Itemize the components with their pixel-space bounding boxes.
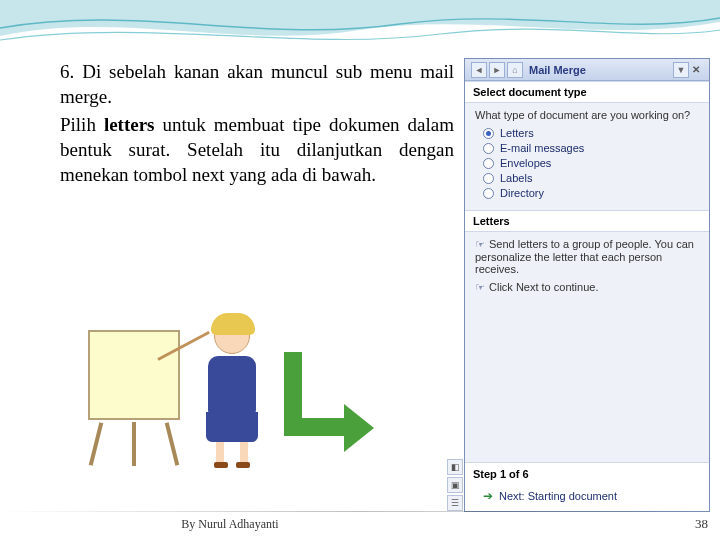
radio-icon bbox=[483, 128, 494, 139]
step-line2a: Pilih bbox=[60, 114, 104, 135]
section-letters: Letters bbox=[465, 210, 709, 232]
radio-email[interactable]: E-mail messages bbox=[483, 142, 699, 154]
back-button[interactable]: ◄ bbox=[471, 62, 487, 78]
radio-label: Envelopes bbox=[500, 157, 551, 169]
next-arrow-icon: ➔ bbox=[483, 489, 493, 503]
next-label: Next: Starting document bbox=[499, 490, 617, 502]
radio-icon bbox=[483, 143, 494, 154]
green-arrow-icon bbox=[284, 352, 302, 436]
instruction-text: 6. Di sebelah kanan akan muncul sub menu… bbox=[60, 60, 454, 187]
close-button[interactable]: ✕ bbox=[689, 63, 703, 77]
section-select-doc-type: Select document type bbox=[465, 81, 709, 103]
letters-desc: Send letters to a group of people. You c… bbox=[475, 238, 694, 275]
radio-label: Letters bbox=[500, 127, 534, 139]
teacher-icon bbox=[194, 318, 270, 468]
forward-button[interactable]: ► bbox=[489, 62, 505, 78]
wizard-step-footer: Step 1 of 6 ➔ Next: Starting document bbox=[465, 462, 709, 511]
side-icon-2[interactable]: ▣ bbox=[447, 477, 463, 493]
easel-icon bbox=[88, 330, 184, 460]
step-number: 6. bbox=[60, 61, 74, 82]
side-icon-3[interactable]: ☰ bbox=[447, 495, 463, 511]
mail-merge-taskpane: ◧ ▣ ☰ ◄ ► ⌂ Mail Merge ▼ ✕ Select docume… bbox=[464, 58, 710, 512]
continue-desc: Click Next to continue. bbox=[489, 281, 598, 293]
footer-author: By Nurul Adhayanti bbox=[0, 517, 460, 532]
radio-labels[interactable]: Labels bbox=[483, 172, 699, 184]
step-keyword: letters bbox=[104, 114, 155, 135]
pane-side-icons: ◧ ▣ ☰ bbox=[447, 459, 463, 511]
home-button[interactable]: ⌂ bbox=[507, 62, 523, 78]
radio-label: Directory bbox=[500, 187, 544, 199]
side-icon-1[interactable]: ◧ bbox=[447, 459, 463, 475]
taskpane-titlebar: ◄ ► ⌂ Mail Merge ▼ ✕ bbox=[465, 59, 709, 81]
radio-directory[interactable]: Directory bbox=[483, 187, 699, 199]
hand-icon: ☞ bbox=[475, 238, 485, 250]
next-link[interactable]: ➔ Next: Starting document bbox=[465, 485, 709, 511]
taskpane-title: Mail Merge bbox=[529, 64, 586, 76]
decorative-wave bbox=[0, 0, 720, 54]
step-counter: Step 1 of 6 bbox=[465, 463, 709, 485]
footer-divider bbox=[0, 511, 720, 512]
radio-envelopes[interactable]: Envelopes bbox=[483, 157, 699, 169]
radio-icon bbox=[483, 173, 494, 184]
radio-letters[interactable]: Letters bbox=[483, 127, 699, 139]
step-line1: Di sebelah kanan akan muncul sub menu ma… bbox=[60, 61, 454, 107]
radio-icon bbox=[483, 188, 494, 199]
hand-icon: ☞ bbox=[475, 281, 485, 293]
radio-label: Labels bbox=[500, 172, 532, 184]
teacher-illustration bbox=[88, 318, 318, 478]
dropdown-button[interactable]: ▼ bbox=[673, 62, 689, 78]
page-number: 38 bbox=[695, 516, 708, 532]
radio-label: E-mail messages bbox=[500, 142, 584, 154]
doc-type-question: What type of document are you working on… bbox=[475, 109, 699, 121]
radio-icon bbox=[483, 158, 494, 169]
